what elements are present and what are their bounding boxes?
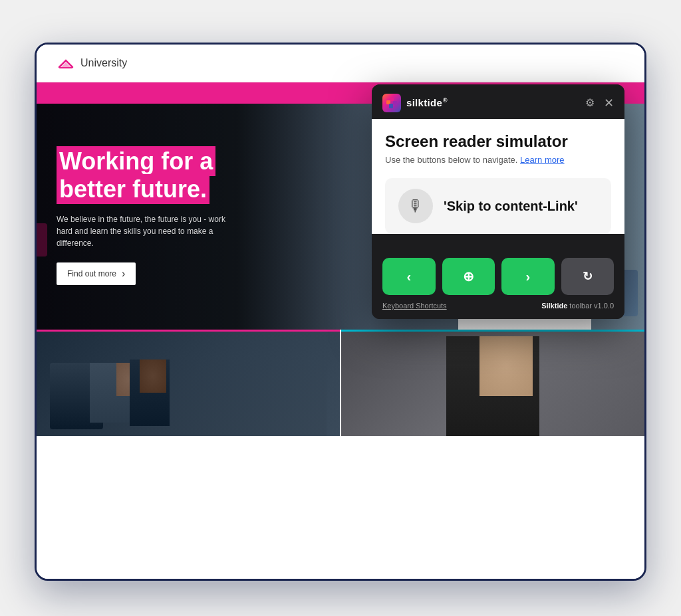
bottom-images-section: [37, 330, 644, 436]
hero-overlay: Working for a better future. We believe …: [37, 104, 371, 330]
person-right-left: [130, 359, 170, 426]
hero-subtitle: We believe in the future, the future is …: [57, 213, 229, 249]
toolbar-version: Silktide toolbar v1.0.0: [541, 302, 614, 310]
microphone-icon-circle: 🎙: [398, 189, 433, 223]
svg-rect-2: [390, 98, 394, 101]
skip-content-display: 🎙 'Skip to content-Link': [385, 178, 611, 234]
svg-rect-3: [393, 101, 397, 105]
panel-header: silktide® ⚙ ✕: [372, 84, 624, 119]
refresh-button[interactable]: ↻: [561, 258, 614, 295]
gear-icon[interactable]: ⚙: [585, 96, 595, 109]
university-nav: University: [37, 45, 644, 82]
prev-button[interactable]: ‹: [382, 258, 436, 295]
panel-body: Screen reader simulator Use the buttons …: [372, 119, 624, 235]
svg-rect-4: [389, 104, 393, 108]
panel-description: Use the buttons below to navigate. Learn…: [385, 155, 611, 165]
device-frame: University Latest ne: [35, 43, 646, 581]
panel-brand: silktide®: [382, 94, 448, 112]
next-button[interactable]: ›: [501, 258, 555, 295]
silktide-logo-svg: [386, 97, 398, 109]
university-logo-icon: [57, 55, 75, 71]
panel-controls: ⚙ ✕: [585, 96, 614, 110]
silktide-panel: silktide® ⚙ ✕ Screen reader simulator Us…: [372, 84, 624, 320]
panel-title: Screen reader simulator: [385, 132, 611, 152]
learn-more-link[interactable]: Learn more: [520, 155, 564, 165]
microphone-icon: 🎙: [408, 197, 424, 215]
navigation-buttons-row: ‹ ⊕ › ↻: [372, 247, 624, 295]
version-text: toolbar v1.0.0: [569, 302, 614, 310]
silktide-logo-icon: [382, 94, 401, 112]
svg-rect-0: [59, 67, 72, 68]
university-logo: University: [57, 55, 127, 71]
bottom-image-right: [341, 330, 644, 436]
close-icon[interactable]: ✕: [604, 96, 614, 110]
keyboard-shortcuts-link[interactable]: Keyboard Shortcuts: [382, 302, 447, 310]
outer-container: University Latest ne: [21, 23, 660, 594]
person-smiling: [446, 336, 539, 436]
hero-title: Working for a better future.: [57, 148, 351, 203]
silktide-wordmark: silktide®: [406, 97, 448, 108]
find-out-more-button[interactable]: Find out more: [57, 262, 136, 285]
bottom-image-left: [37, 330, 340, 436]
person-left: [90, 363, 130, 423]
panel-footer: Keyboard Shortcuts Silktide toolbar v1.0…: [372, 295, 624, 319]
skip-content-text: 'Skip to content-Link': [444, 199, 578, 214]
target-button[interactable]: ⊕: [442, 258, 495, 295]
university-name-label: University: [80, 57, 127, 69]
